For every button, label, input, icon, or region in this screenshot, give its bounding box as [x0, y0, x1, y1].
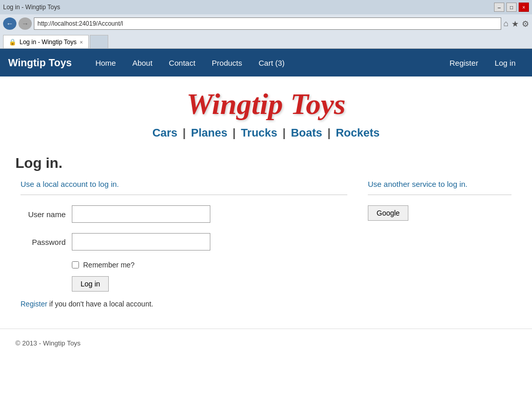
cat-planes-link[interactable]: Planes — [191, 126, 227, 139]
close-icon: × — [522, 5, 525, 10]
separator-2: | — [232, 126, 235, 139]
active-tab[interactable]: 🔒 Log in - Wingtip Toys × — [3, 35, 89, 48]
page-wrapper: Wingtip Toys Home About Contact Products… — [0, 49, 532, 404]
login-button[interactable]: Log in — [72, 276, 109, 292]
cat-boats-link[interactable]: Boats — [291, 126, 322, 139]
nav-home-link[interactable]: Home — [87, 49, 124, 76]
local-login-section: Use a local account to log in. User name… — [21, 180, 347, 308]
site-brand[interactable]: Wingtip Toys — [8, 57, 72, 69]
browser-nav-bar: ← → http://localhost:24019/Account/l ⌂ ★… — [0, 14, 532, 33]
external-subtitle: Use another service to log in. — [368, 180, 511, 188]
password-input[interactable] — [72, 233, 210, 251]
address-text: http://localhost:24019/Account/l — [37, 20, 498, 27]
nav-right: Register Log in — [441, 49, 524, 76]
tab-close-button[interactable]: × — [80, 39, 83, 45]
google-login-button[interactable]: Google — [368, 205, 408, 221]
footer-text: © 2013 - Wingtip Toys — [15, 339, 81, 347]
maximize-button[interactable]: □ — [506, 3, 517, 12]
forward-icon: → — [22, 20, 29, 28]
title-bar: Log in - Wingtip Toys – □ × — [0, 0, 532, 14]
external-login-section: Use another service to log in. Google — [368, 180, 511, 308]
cat-cars-link[interactable]: Cars — [152, 126, 178, 139]
window-controls: – □ × — [494, 3, 529, 12]
cat-trucks-link[interactable]: Trucks — [241, 126, 278, 139]
browser-chrome: Log in - Wingtip Toys – □ × ← → http://l… — [0, 0, 532, 49]
tab-label: Log in - Wingtip Toys — [19, 39, 76, 46]
username-row: User name — [21, 205, 347, 223]
address-bar[interactable]: http://localhost:24019/Account/l — [34, 17, 501, 30]
local-subtitle: Use a local account to log in. — [21, 180, 347, 188]
forward-button[interactable]: → — [18, 17, 32, 30]
register-text: if you don't have a local account. — [49, 300, 153, 308]
back-button[interactable]: ← — [3, 17, 16, 30]
external-divider — [368, 195, 511, 195]
footer: © 2013 - Wingtip Toys — [0, 329, 532, 357]
nav-about-link[interactable]: About — [124, 49, 161, 76]
minimize-icon: – — [498, 5, 501, 10]
nav-login-link[interactable]: Log in — [486, 49, 524, 76]
remember-row: Remember me? — [72, 261, 347, 269]
password-label: Password — [21, 238, 72, 246]
separator-4: | — [327, 126, 330, 139]
password-row: Password — [21, 233, 347, 251]
register-link[interactable]: Register — [21, 300, 47, 308]
cat-rockets-link[interactable]: Rockets — [336, 126, 380, 139]
nav-contact-link[interactable]: Contact — [161, 49, 204, 76]
login-sections: Use a local account to log in. User name… — [15, 180, 517, 308]
minimize-button[interactable]: – — [494, 3, 504, 12]
login-button-container: Log in — [21, 276, 347, 292]
username-label: User name — [21, 210, 72, 219]
remember-label: Remember me? — [83, 261, 134, 269]
new-tab[interactable] — [90, 35, 108, 48]
nav-links: Home About Contact Products Cart (3) — [87, 49, 441, 76]
separator-1: | — [183, 126, 186, 139]
nav-products-link[interactable]: Products — [204, 49, 250, 76]
back-icon: ← — [6, 20, 13, 28]
home-icon[interactable]: ⌂ — [503, 19, 508, 28]
local-divider — [21, 195, 347, 195]
separator-3: | — [283, 126, 286, 139]
browser-nav-icons: ⌂ ★ ⚙ — [503, 19, 529, 29]
username-input[interactable] — [72, 205, 210, 223]
site-title: Wingtip Toys — [15, 87, 517, 121]
tab-favicon: 🔒 — [9, 39, 16, 46]
login-heading: Log in. — [15, 155, 517, 171]
nav-cart-link[interactable]: Cart (3) — [250, 49, 293, 76]
main-content: Wingtip Toys Cars | Planes | Trucks | Bo… — [0, 76, 532, 318]
remember-checkbox[interactable] — [72, 261, 79, 268]
close-button[interactable]: × — [519, 3, 529, 12]
settings-icon[interactable]: ⚙ — [522, 19, 529, 29]
register-row: Register if you don't have a local accou… — [21, 300, 347, 308]
title-bar-text: Log in - Wingtip Toys — [3, 4, 60, 11]
nav-register-link[interactable]: Register — [441, 49, 486, 76]
category-links: Cars | Planes | Trucks | Boats | Rockets — [15, 126, 517, 140]
tab-bar: 🔒 Log in - Wingtip Toys × — [0, 33, 532, 48]
favorites-icon[interactable]: ★ — [511, 19, 519, 29]
maximize-icon: □ — [510, 5, 513, 10]
site-nav: Wingtip Toys Home About Contact Products… — [0, 49, 532, 76]
